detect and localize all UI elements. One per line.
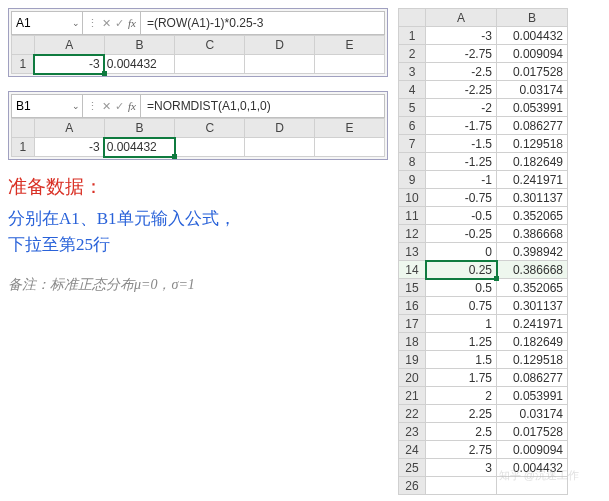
cell[interactable]: 0.004432 <box>497 27 568 45</box>
table-row[interactable]: 12-0.250.386668 <box>399 225 568 243</box>
chevron-down-icon[interactable]: ⌄ <box>68 18 84 28</box>
cell[interactable]: 0.398942 <box>497 243 568 261</box>
cell[interactable]: 1 <box>426 315 497 333</box>
row-header[interactable]: 21 <box>399 387 426 405</box>
name-box-input[interactable] <box>12 16 68 30</box>
cell[interactable]: 0.182649 <box>497 153 568 171</box>
cell[interactable]: 0.386668 <box>497 225 568 243</box>
cell[interactable]: 0.053991 <box>497 99 568 117</box>
cell[interactable]: 0.5 <box>426 279 497 297</box>
mini-grid-b1[interactable]: A B C D E 1 -3 0.004432 <box>11 118 385 157</box>
col-header-d[interactable]: D <box>245 119 315 138</box>
cell[interactable]: -2.25 <box>426 81 497 99</box>
table-row[interactable]: 6-1.750.086277 <box>399 117 568 135</box>
table-row[interactable]: 191.50.129518 <box>399 351 568 369</box>
mini-grid-a1[interactable]: A B C D E 1 -3 0.004432 <box>11 35 385 74</box>
cancel-icon[interactable]: ✕ <box>102 100 111 113</box>
table-row[interactable]: 7-1.50.129518 <box>399 135 568 153</box>
table-row[interactable]: 8-1.250.182649 <box>399 153 568 171</box>
cell[interactable]: -2.75 <box>426 45 497 63</box>
cell[interactable]: 0.182649 <box>497 333 568 351</box>
cell[interactable]: 3 <box>426 459 497 477</box>
cell[interactable]: 0.03174 <box>497 405 568 423</box>
row-header[interactable]: 22 <box>399 405 426 423</box>
cell-b1[interactable]: 0.004432 <box>104 138 175 157</box>
fx-icon[interactable]: fx <box>128 17 136 29</box>
cell[interactable]: 1.5 <box>426 351 497 369</box>
table-row[interactable]: 2120.053991 <box>399 387 568 405</box>
cell[interactable]: 2.5 <box>426 423 497 441</box>
cell[interactable]: 0.25 <box>426 261 497 279</box>
row-header[interactable]: 9 <box>399 171 426 189</box>
row-header[interactable]: 19 <box>399 351 426 369</box>
chevron-down-icon[interactable]: ⌄ <box>68 101 84 111</box>
cell[interactable]: 2.75 <box>426 441 497 459</box>
col-header-a[interactable]: A <box>34 36 104 55</box>
row-header[interactable]: 14 <box>399 261 426 279</box>
cell-b1[interactable]: 0.004432 <box>104 55 175 74</box>
table-row[interactable]: 11-0.50.352065 <box>399 207 568 225</box>
cell[interactable]: 1.75 <box>426 369 497 387</box>
data-table[interactable]: A B 1-30.0044322-2.750.0090943-2.50.0175… <box>398 8 568 495</box>
cell[interactable]: -3 <box>426 27 497 45</box>
table-row[interactable]: 1710.241971 <box>399 315 568 333</box>
cell[interactable]: 0.129518 <box>497 135 568 153</box>
row-header[interactable]: 24 <box>399 441 426 459</box>
row-header[interactable]: 2 <box>399 45 426 63</box>
table-row[interactable]: 160.750.301137 <box>399 297 568 315</box>
cell[interactable]: 0.352065 <box>497 279 568 297</box>
cell[interactable] <box>426 477 497 495</box>
cell-a1[interactable]: -3 <box>34 138 104 157</box>
name-box[interactable]: ⌄ <box>12 12 83 34</box>
cell[interactable]: 0.241971 <box>497 315 568 333</box>
cell[interactable]: 0.053991 <box>497 387 568 405</box>
row-header[interactable]: 17 <box>399 315 426 333</box>
cell[interactable]: 2 <box>426 387 497 405</box>
col-header-b[interactable]: B <box>104 36 175 55</box>
cell[interactable]: 0.301137 <box>497 297 568 315</box>
col-header-d[interactable]: D <box>245 36 315 55</box>
cell[interactable]: -1.75 <box>426 117 497 135</box>
confirm-icon[interactable]: ✓ <box>115 100 124 113</box>
cell[interactable] <box>315 138 385 157</box>
row-header[interactable]: 11 <box>399 207 426 225</box>
cancel-icon[interactable]: ✕ <box>102 17 111 30</box>
table-row[interactable]: 10-0.750.301137 <box>399 189 568 207</box>
row-header[interactable]: 6 <box>399 117 426 135</box>
confirm-icon[interactable]: ✓ <box>115 17 124 30</box>
cell[interactable] <box>175 55 245 74</box>
row-header[interactable]: 15 <box>399 279 426 297</box>
row-header[interactable]: 23 <box>399 423 426 441</box>
row-header[interactable]: 26 <box>399 477 426 495</box>
formula-input[interactable]: =NORMDIST(A1,0,1,0) <box>141 99 384 113</box>
table-row[interactable]: 1-30.004432 <box>399 27 568 45</box>
table-row[interactable]: 4-2.250.03174 <box>399 81 568 99</box>
col-header-c[interactable]: C <box>175 119 245 138</box>
row-header[interactable]: 1 <box>12 138 35 157</box>
cell[interactable]: 0 <box>426 243 497 261</box>
table-row[interactable]: 232.50.017528 <box>399 423 568 441</box>
row-header[interactable]: 25 <box>399 459 426 477</box>
fx-icon[interactable]: fx <box>128 100 136 112</box>
name-box[interactable]: ⌄ <box>12 95 83 117</box>
cell[interactable] <box>245 55 315 74</box>
row-header[interactable]: 12 <box>399 225 426 243</box>
row-header[interactable]: 3 <box>399 63 426 81</box>
cell[interactable]: -0.25 <box>426 225 497 243</box>
col-header-e[interactable]: E <box>315 119 385 138</box>
cell[interactable]: 0.009094 <box>497 45 568 63</box>
cell[interactable]: 0.009094 <box>497 441 568 459</box>
name-box-input[interactable] <box>12 99 68 113</box>
row-header[interactable]: 10 <box>399 189 426 207</box>
table-row[interactable]: 9-10.241971 <box>399 171 568 189</box>
col-header-a[interactable]: A <box>34 119 104 138</box>
table-row[interactable]: 181.250.182649 <box>399 333 568 351</box>
table-row[interactable]: 1300.398942 <box>399 243 568 261</box>
cell[interactable]: -2.5 <box>426 63 497 81</box>
row-header[interactable]: 5 <box>399 99 426 117</box>
table-row[interactable]: 3-2.50.017528 <box>399 63 568 81</box>
row-header[interactable]: 1 <box>12 55 35 74</box>
cell[interactable] <box>245 138 315 157</box>
col-header-b[interactable]: B <box>104 119 175 138</box>
cell[interactable]: 1.25 <box>426 333 497 351</box>
